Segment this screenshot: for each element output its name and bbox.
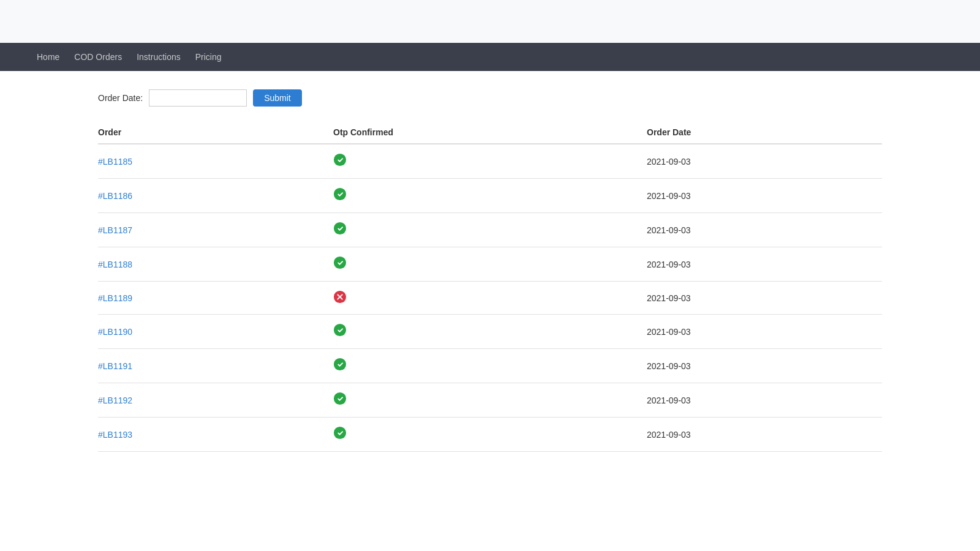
nav-link-instructions[interactable]: Instructions	[137, 52, 181, 62]
order-link-LB1187[interactable]: #LB1187	[98, 225, 132, 235]
check-circle-icon	[333, 326, 347, 339]
table-row: #LB11902021-09-03	[98, 315, 882, 349]
table-row: #LB11872021-09-03	[98, 213, 882, 247]
main-content: Order Date: Submit Order Otp Confirmed O…	[0, 71, 980, 551]
table-row: #LB11862021-09-03	[98, 179, 882, 213]
order-date-input[interactable]	[149, 89, 247, 107]
table-row: #LB11922021-09-03	[98, 383, 882, 418]
order-date-cell: 2021-09-03	[647, 315, 882, 349]
navbar: HomeCOD OrdersInstructionsPricing	[0, 43, 980, 71]
order-link-LB1193[interactable]: #LB1193	[98, 430, 132, 440]
order-date-label: Order Date:	[98, 93, 143, 103]
svg-point-3	[334, 257, 346, 269]
order-date-cell: 2021-09-03	[647, 349, 882, 383]
svg-point-8	[334, 358, 346, 370]
svg-point-9	[334, 392, 346, 405]
nav-link-home[interactable]: Home	[37, 52, 59, 62]
check-circle-icon	[333, 360, 347, 373]
check-circle-icon	[333, 190, 347, 203]
order-link-LB1188[interactable]: #LB1188	[98, 260, 132, 269]
check-circle-icon	[333, 224, 347, 238]
order-date-cell: 2021-09-03	[647, 144, 882, 179]
nav-link-pricing[interactable]: Pricing	[195, 52, 222, 62]
svg-point-10	[334, 427, 346, 439]
svg-point-7	[334, 324, 346, 336]
header-order-date: Order Date	[647, 121, 882, 144]
order-link-LB1190[interactable]: #LB1190	[98, 327, 132, 337]
orders-table: Order Otp Confirmed Order Date #LB118520…	[98, 121, 882, 452]
order-link-LB1192[interactable]: #LB1192	[98, 395, 132, 405]
table-row: #LB11852021-09-03	[98, 144, 882, 179]
header-order: Order	[98, 121, 333, 144]
svg-point-1	[334, 188, 346, 200]
submit-button[interactable]: Submit	[253, 89, 302, 107]
order-date-cell: 2021-09-03	[647, 247, 882, 282]
error-circle-icon	[333, 296, 347, 305]
order-link-LB1189[interactable]: #LB1189	[98, 293, 132, 303]
svg-point-2	[334, 222, 346, 234]
table-row: #LB11912021-09-03	[98, 349, 882, 383]
table-row: #LB11882021-09-03	[98, 247, 882, 282]
order-date-cell: 2021-09-03	[647, 179, 882, 213]
header-otp-confirmed: Otp Confirmed	[333, 121, 647, 144]
check-circle-icon	[333, 258, 347, 272]
check-circle-icon	[333, 394, 347, 408]
order-date-cell: 2021-09-03	[647, 282, 882, 315]
check-circle-icon	[333, 429, 347, 442]
svg-point-0	[334, 154, 346, 166]
order-date-cell: 2021-09-03	[647, 418, 882, 452]
order-link-LB1186[interactable]: #LB1186	[98, 191, 132, 201]
filter-row: Order Date: Submit	[98, 89, 882, 107]
order-date-cell: 2021-09-03	[647, 383, 882, 418]
check-circle-icon	[333, 156, 347, 169]
order-date-cell: 2021-09-03	[647, 213, 882, 247]
table-row: #LB11932021-09-03	[98, 418, 882, 452]
table-row: #LB11892021-09-03	[98, 282, 882, 315]
table-header-row: Order Otp Confirmed Order Date	[98, 121, 882, 144]
nav-link-cod-orders[interactable]: COD Orders	[74, 52, 122, 62]
order-link-LB1185[interactable]: #LB1185	[98, 157, 132, 167]
order-link-LB1191[interactable]: #LB1191	[98, 361, 132, 371]
